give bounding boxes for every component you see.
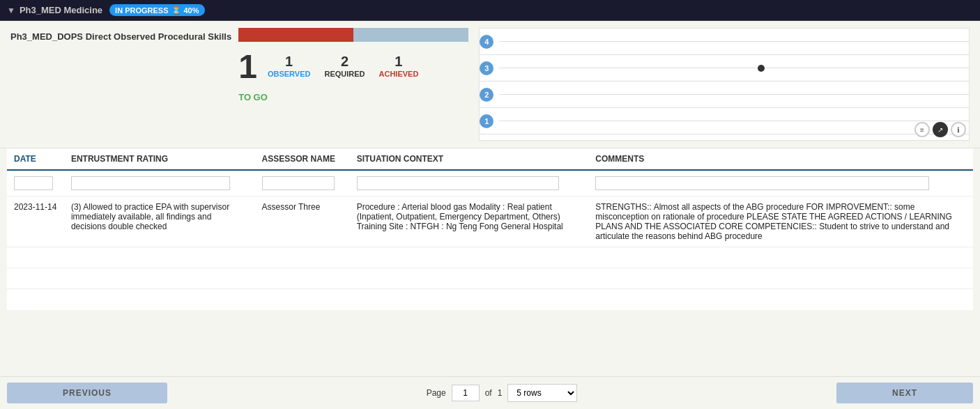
table-row: 2023-11-14 (3) Allowed to practice EPA w…	[7, 196, 973, 247]
empty-cell	[64, 247, 255, 268]
empty-cell	[255, 247, 350, 268]
filter-context	[350, 170, 589, 196]
chart-line-3	[499, 68, 969, 68]
chart-label-1: 1	[480, 114, 493, 128]
achieved-stat: 1 ACHIEVED	[379, 54, 419, 78]
filter-comments-input[interactable]	[595, 176, 929, 190]
big-number: 1	[238, 50, 257, 84]
chart-label-4: 4	[480, 35, 493, 49]
status-badge: IN PROGRESS ⏳ 40%	[109, 4, 204, 16]
col-comments[interactable]: COMMENTS	[588, 148, 973, 170]
progress-bar-blue	[353, 28, 468, 42]
cell-entrustment: (3) Allowed to practice EPA with supervi…	[64, 196, 255, 247]
filter-comments	[588, 170, 973, 196]
chart-info-icon[interactable]: ℹ	[951, 122, 966, 137]
empty-cell	[588, 247, 973, 268]
col-context[interactable]: SITUATION CONTEXT	[350, 148, 589, 170]
empty-cell	[7, 268, 64, 289]
cell-date: 2023-11-14	[7, 196, 64, 247]
filter-entrustment-input[interactable]	[71, 176, 230, 190]
chart-line-4	[499, 41, 969, 42]
page-title: Ph3_MED_DOPS Direct Observed Procedural …	[10, 31, 231, 42]
filter-row	[7, 170, 973, 196]
table-header-row: DATE ENTRUSTMENT RATING ASSESSOR NAME SI…	[7, 148, 973, 170]
dropdown-arrow[interactable]: ▼	[7, 6, 15, 15]
stats-row: 1 1 OBSERVED 2 REQUIRED 1 ACHIEVED	[238, 50, 468, 84]
empty-cell	[255, 268, 350, 289]
observed-value: 1	[268, 54, 311, 70]
summary-area: Ph3_MED_DOPS Direct Observed Procedural …	[0, 21, 980, 148]
empty-cell	[350, 289, 589, 310]
chart-list-icon[interactable]: ≡	[914, 122, 930, 137]
chart-line-1	[499, 121, 969, 121]
empty-row	[7, 247, 973, 268]
chart-export-icon[interactable]: ↗	[933, 122, 948, 137]
data-table: DATE ENTRUSTMENT RATING ASSESSOR NAME SI…	[7, 148, 973, 310]
empty-cell	[255, 289, 350, 310]
progress-bar	[238, 28, 468, 42]
page-label: Page	[427, 388, 446, 398]
filter-context-input[interactable]	[357, 176, 559, 190]
main-content: Ph3_MED_DOPS Direct Observed Procedural …	[0, 21, 980, 409]
cell-context: Procedure : Arterial blood gas Modality …	[350, 196, 589, 247]
empty-cell	[588, 289, 973, 310]
filter-date	[7, 170, 64, 196]
rows-per-page-select[interactable]: 5 rows 10 rows 20 rows 50 rows	[507, 384, 577, 402]
required-value: 2	[324, 54, 365, 70]
chart-line-2	[499, 94, 969, 95]
total-pages: 1	[498, 388, 503, 398]
filter-assessor	[255, 170, 350, 196]
chart-row-3: 3	[480, 55, 969, 82]
observed-label: OBSERVED	[268, 70, 311, 78]
chart-icons: ≡ ↗ ℹ	[912, 119, 969, 140]
chart-row-4: 4	[480, 29, 969, 55]
status-text: IN PROGRESS	[115, 6, 168, 15]
stats-labels: 1 OBSERVED 2 REQUIRED 1 ACHIEVED	[268, 50, 418, 78]
of-label: of	[485, 388, 492, 398]
empty-row	[7, 268, 973, 289]
summary-title-block: Ph3_MED_DOPS Direct Observed Procedural …	[10, 28, 231, 141]
empty-cell	[350, 268, 589, 289]
stats-block: 1 1 OBSERVED 2 REQUIRED 1 ACHIEVED	[238, 28, 468, 141]
empty-cell	[64, 289, 255, 310]
top-bar: ▼ Ph3_MED Medicine IN PROGRESS ⏳ 40%	[0, 0, 980, 21]
pagination-bar: PREVIOUS Page of 1 5 rows 10 rows 20 row…	[0, 376, 980, 409]
next-button[interactable]: NEXT	[836, 383, 973, 403]
pagination-center: Page of 1 5 rows 10 rows 20 rows 50 rows	[427, 384, 578, 402]
required-stat: 2 REQUIRED	[324, 54, 365, 78]
required-label: REQUIRED	[324, 70, 365, 78]
chart-row-1: 1	[480, 108, 969, 134]
col-date[interactable]: DATE	[7, 148, 64, 170]
col-entrustment[interactable]: ENTRUSTMENT RATING	[64, 148, 255, 170]
empty-cell	[7, 247, 64, 268]
module-title: Ph3_MED Medicine	[20, 5, 102, 15]
observed-stat: 1 OBSERVED	[268, 54, 311, 78]
to-go-label: TO GO	[238, 92, 468, 102]
chart-dot-3	[758, 65, 765, 72]
table-section: DATE ENTRUSTMENT RATING ASSESSOR NAME SI…	[0, 148, 980, 376]
empty-cell	[588, 268, 973, 289]
progress-percent: 40%	[184, 6, 199, 15]
progress-bar-red	[238, 28, 353, 42]
previous-button[interactable]: PREVIOUS	[7, 383, 167, 403]
page-input[interactable]	[452, 385, 480, 401]
empty-cell	[350, 247, 589, 268]
cell-comments: STRENGTHS:: Almost all aspects of the AB…	[588, 196, 973, 247]
cell-assessor: Assessor Three	[255, 196, 350, 247]
chart-row-2: 2	[480, 82, 969, 108]
empty-cell	[64, 268, 255, 289]
achieved-value: 1	[379, 54, 419, 70]
filter-entrustment	[64, 170, 255, 196]
filter-date-input[interactable]	[14, 176, 53, 190]
hourglass-icon: ⏳	[171, 6, 181, 15]
chart-block: 4 3 2 1	[479, 28, 970, 141]
chart-inner: 4 3 2 1	[480, 29, 969, 140]
filter-assessor-input[interactable]	[262, 176, 335, 190]
chart-label-3: 3	[480, 61, 493, 75]
empty-cell	[7, 289, 64, 310]
empty-row	[7, 289, 973, 310]
col-assessor[interactable]: ASSESSOR NAME	[255, 148, 350, 170]
chart-label-2: 2	[480, 88, 493, 102]
achieved-label: ACHIEVED	[379, 70, 419, 78]
